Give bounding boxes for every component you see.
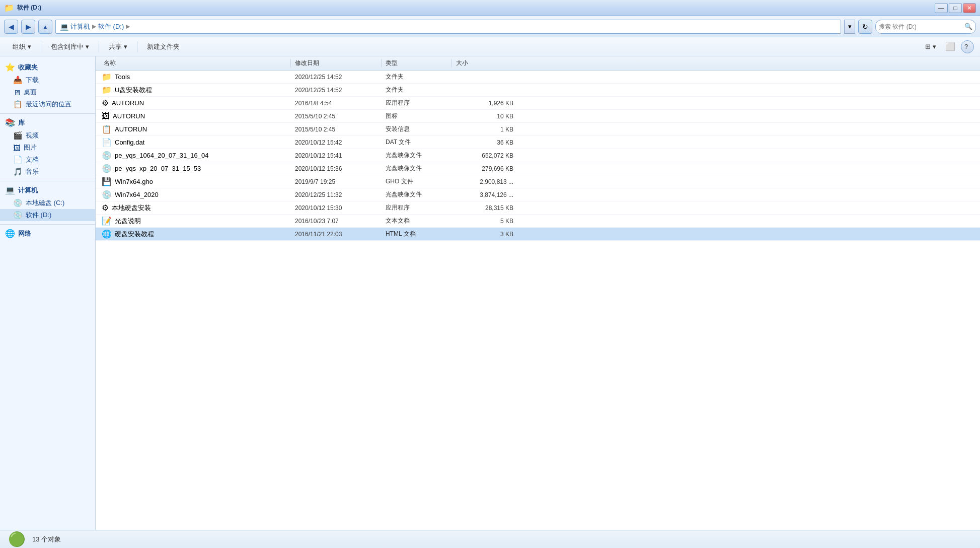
sidebar-section-library: 📚 库 🎬 视频 🖼 图片 📄 文档 🎵 音乐 <box>0 116 95 178</box>
table-row[interactable]: 📄 Config.dat 2020/10/12 15:42 DAT 文件 36 … <box>96 136 980 149</box>
sidebar-item-recent[interactable]: 📋 最近访问的位置 <box>0 98 95 110</box>
back-button[interactable]: ◀ <box>4 20 18 34</box>
file-name-cell: 📁 Tools <box>100 72 291 82</box>
table-row[interactable]: 📁 Tools 2020/12/25 14:52 文件夹 <box>96 71 980 84</box>
file-name-cell: 🖼 AUTORUN <box>100 112 291 121</box>
forward-button[interactable]: ▶ <box>21 20 35 34</box>
table-row[interactable]: 📁 U盘安装教程 2020/12/25 14:52 文件夹 <box>96 84 980 97</box>
file-name-cell: 📄 Config.dat <box>100 138 291 147</box>
table-row[interactable]: ⚙ AUTORUN 2016/1/8 4:54 应用程序 1,926 KB <box>96 97 980 110</box>
breadcrumb-computer[interactable]: 计算机 <box>70 22 90 31</box>
table-row[interactable]: 💾 Win7x64.gho 2019/9/7 19:25 GHO 文件 2,90… <box>96 175 980 188</box>
sidebar-item-music[interactable]: 🎵 音乐 <box>0 166 95 178</box>
table-row[interactable]: 🖼 AUTORUN 2015/5/10 2:45 图标 10 KB <box>96 110 980 123</box>
sidebar-header-computer[interactable]: 💻 计算机 <box>0 183 95 197</box>
toolbar-sep-3 <box>137 41 137 52</box>
up-button[interactable]: ▲ <box>38 20 52 34</box>
sidebar-item-drive-d[interactable]: 💿 软件 (D:) <box>0 209 95 221</box>
address-path[interactable]: 💻 计算机 ▶ 软件 (D:) ▶ <box>55 20 841 34</box>
organize-button[interactable]: 组织 ▾ <box>6 40 38 54</box>
sidebar-item-documents[interactable]: 📄 文档 <box>0 154 95 166</box>
include-library-button[interactable]: 包含到库中 ▾ <box>44 40 96 54</box>
include-dropdown-icon: ▾ <box>86 43 89 50</box>
favorites-label: 收藏夹 <box>18 63 38 72</box>
col-header-name[interactable]: 名称 <box>100 59 291 67</box>
computer-label: 计算机 <box>18 186 38 195</box>
address-dropdown[interactable]: ▾ <box>844 20 855 34</box>
sidebar-header-library[interactable]: 📚 库 <box>0 116 95 129</box>
status-count: 13 个对象 <box>32 535 61 544</box>
window-icon: 📁 <box>4 3 14 13</box>
table-row[interactable]: 🌐 硬盘安装教程 2016/11/21 22:03 HTML 文档 3 KB <box>96 228 980 241</box>
views-icon: ⊞ <box>925 43 931 50</box>
file-size-cell: 652,072 KB <box>452 152 517 159</box>
close-button[interactable]: ✕ <box>963 3 976 13</box>
table-row[interactable]: ⚙ 本地硬盘安装 2020/10/12 15:30 应用程序 28,315 KB <box>96 201 980 215</box>
sidebar-header-favorites[interactable]: ⭐ 收藏夹 <box>0 60 95 74</box>
file-name-text: Tools <box>115 73 130 81</box>
refresh-button[interactable]: ↻ <box>858 20 872 34</box>
downloads-label: 下载 <box>26 76 39 85</box>
documents-label: 文档 <box>26 155 39 164</box>
file-size-cell: 3 KB <box>452 231 517 238</box>
breadcrumb-sep-1: ▶ <box>92 23 96 30</box>
favorites-icon: ⭐ <box>5 62 15 72</box>
file-icon: 💿 <box>102 190 112 199</box>
new-folder-button[interactable]: 新建文件夹 <box>140 40 186 54</box>
col-header-size[interactable]: 大小 <box>452 59 517 67</box>
file-name-cell: 💾 Win7x64.gho <box>100 177 291 186</box>
file-name-text: AUTORUN <box>113 112 145 120</box>
breadcrumb-drive-d[interactable]: 软件 (D:) <box>98 22 124 31</box>
table-row[interactable]: 📋 AUTORUN 2015/5/10 2:45 安装信息 1 KB <box>96 123 980 136</box>
videos-label: 视频 <box>26 131 39 140</box>
file-name-cell: ⚙ 本地硬盘安装 <box>100 203 291 213</box>
search-input[interactable] <box>879 23 962 30</box>
file-type-cell: GHO 文件 <box>382 177 452 186</box>
minimize-button[interactable]: — <box>935 3 948 13</box>
table-row[interactable]: 💿 pe_yqs_xp_20_07_31_15_53 2020/10/12 15… <box>96 162 980 175</box>
downloads-icon: 📥 <box>13 76 23 85</box>
file-name-text: 硬盘安装教程 <box>115 230 154 239</box>
organize-label: 组织 <box>13 42 26 51</box>
file-name-text: pe_yqs_xp_20_07_31_15_53 <box>115 165 201 172</box>
views-button[interactable]: ⊞ ▾ <box>922 40 940 54</box>
maximize-button[interactable]: □ <box>949 3 962 13</box>
sidebar-item-desktop[interactable]: 🖥 桌面 <box>0 86 95 98</box>
help-button[interactable]: ? <box>961 40 974 53</box>
file-name-cell: 💿 pe_yqs_1064_20_07_31_16_04 <box>100 151 291 160</box>
table-row[interactable]: 💿 Win7x64_2020 2020/12/25 11:32 光盘映像文件 3… <box>96 188 980 201</box>
sidebar-header-network[interactable]: 🌐 网络 <box>0 227 95 240</box>
desktop-icon: 🖥 <box>13 88 21 97</box>
file-icon: ⚙ <box>102 98 109 108</box>
images-label: 图片 <box>24 143 37 152</box>
col-header-date[interactable]: 修改日期 <box>291 59 382 67</box>
desktop-label: 桌面 <box>24 88 37 97</box>
organize-dropdown-icon: ▾ <box>28 43 31 50</box>
file-type-cell: 文件夹 <box>382 86 452 94</box>
network-icon: 🌐 <box>5 229 15 238</box>
file-name-text: Win7x64_2020 <box>115 191 159 198</box>
sidebar-item-downloads[interactable]: 📥 下载 <box>0 74 95 86</box>
share-dropdown-icon: ▾ <box>124 43 127 50</box>
sidebar-item-drive-c[interactable]: 💿 本地磁盘 (C:) <box>0 197 95 209</box>
sidebar-item-videos[interactable]: 🎬 视频 <box>0 129 95 142</box>
table-row[interactable]: 💿 pe_yqs_1064_20_07_31_16_04 2020/10/12 … <box>96 149 980 162</box>
file-size-cell: 28,315 KB <box>452 204 517 212</box>
toolbar-sep-2 <box>99 41 99 52</box>
file-type-cell: 光盘映像文件 <box>382 151 452 160</box>
computer-nav-icon: 💻 <box>5 185 15 195</box>
col-header-type[interactable]: 类型 <box>382 59 452 67</box>
file-date-cell: 2016/11/21 22:03 <box>291 231 382 238</box>
file-icon: 📋 <box>102 124 112 134</box>
file-icon: 📁 <box>102 72 112 82</box>
table-row[interactable]: 📝 光盘说明 2016/10/23 7:07 文本文档 5 KB <box>96 215 980 228</box>
share-button[interactable]: 共享 ▾ <box>102 40 134 54</box>
computer-icon: 💻 <box>60 23 68 31</box>
drive-c-icon: 💿 <box>13 198 23 208</box>
preview-pane-button[interactable]: ⬜ <box>942 40 959 54</box>
search-box[interactable]: 🔍 <box>875 20 976 34</box>
sidebar-item-images[interactable]: 🖼 图片 <box>0 142 95 154</box>
sidebar-divider-1 <box>0 113 95 114</box>
file-name-text: Win7x64.gho <box>115 178 153 185</box>
file-name-text: U盘安装教程 <box>115 86 152 95</box>
